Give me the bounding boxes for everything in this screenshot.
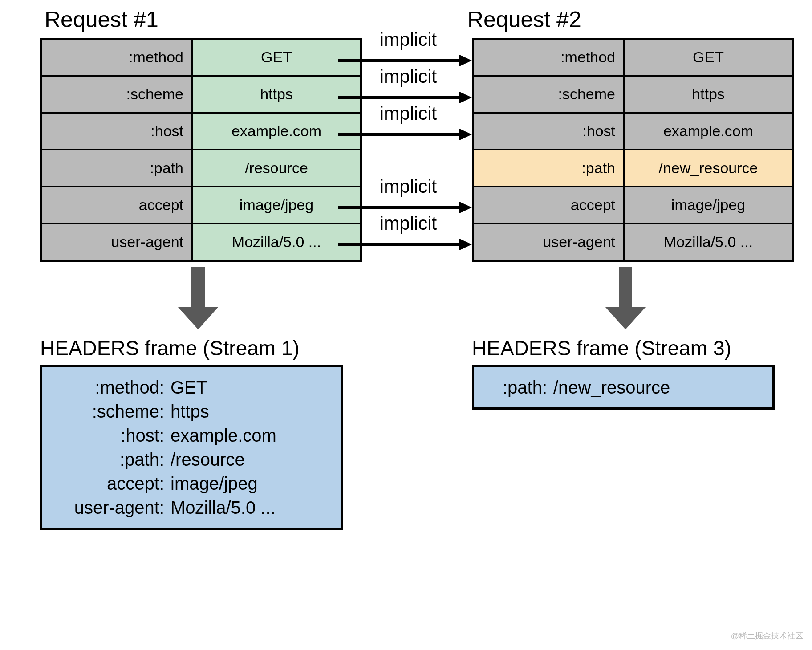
watermark: @稀土掘金技术社区 (731, 630, 803, 641)
frame-key: :host: (53, 423, 164, 447)
frame-val: example.com (171, 423, 276, 447)
arrow-down-icon (605, 267, 646, 333)
req1-val: /resource (192, 150, 361, 187)
svg-marker-11 (178, 307, 218, 329)
req1-val: Mozilla/5.0 ... (192, 224, 361, 261)
frame-val: Mozilla/5.0 ... (171, 496, 276, 520)
frame-val: /new_resource (553, 375, 670, 399)
implicit-label: implicit (353, 103, 464, 124)
req1-val: image/jpeg (192, 187, 361, 224)
frame-key: :method: (53, 375, 164, 399)
request2-title: Request #2 (467, 7, 581, 32)
req1-val: GET (192, 39, 361, 76)
svg-marker-7 (459, 201, 472, 214)
table-row: acceptimage/jpeg (41, 187, 361, 224)
req1-key: :scheme (41, 76, 192, 113)
arrow-down-icon (178, 267, 218, 333)
frame1-box: :method:GET :scheme:https :host:example.… (40, 365, 343, 530)
req1-key: accept (41, 187, 192, 224)
table-row: :path/resource (41, 150, 361, 187)
req2-key: :path (473, 150, 624, 187)
implicit-label: implicit (353, 66, 464, 87)
req1-key: :host (41, 113, 192, 150)
req2-val: /new_resource (624, 150, 793, 187)
frame-line: user-agent:Mozilla/5.0 ... (53, 496, 330, 520)
table-row: :schemehttps (473, 76, 793, 113)
frame-key: :path: (485, 375, 547, 399)
frame-key: :path: (53, 447, 164, 471)
req1-key: :method (41, 39, 192, 76)
frame-key: :scheme: (53, 399, 164, 423)
request2-table: :methodGET :schemehttps :hostexample.com… (472, 38, 794, 262)
req2-val: image/jpeg (624, 187, 793, 224)
request1-table: :methodGET :schemehttps :hostexample.com… (40, 38, 362, 262)
table-row: :hostexample.com (41, 113, 361, 150)
frame-val: GET (171, 375, 207, 399)
frame-line: :path:/resource (53, 447, 330, 471)
req1-key: :path (41, 150, 192, 187)
frame1-title: HEADERS frame (Stream 1) (40, 336, 300, 360)
arrow-right-icon (338, 126, 472, 142)
req2-key: :host (473, 113, 624, 150)
implicit-label: implicit (353, 213, 464, 234)
table-row: :methodGET (41, 39, 361, 76)
frame-line: accept:image/jpeg (53, 471, 330, 496)
req2-key: accept (473, 187, 624, 224)
table-row: :path/new_resource (473, 150, 793, 187)
frame-line: :path:/new_resource (485, 375, 762, 399)
frame-key: accept: (53, 471, 164, 496)
req1-val: example.com (192, 113, 361, 150)
frame-line: :scheme:https (53, 399, 330, 423)
frame-key: user-agent: (53, 496, 164, 520)
frame-val: image/jpeg (171, 471, 258, 496)
svg-rect-10 (191, 267, 205, 307)
req2-val: example.com (624, 113, 793, 150)
req2-val: https (624, 76, 793, 113)
req2-key: :scheme (473, 76, 624, 113)
implicit-label: implicit (353, 176, 464, 197)
svg-marker-13 (605, 307, 646, 329)
frame-val: /resource (171, 447, 245, 471)
frame2-box: :path:/new_resource (472, 365, 775, 410)
implicit-label: implicit (353, 29, 464, 50)
svg-rect-12 (619, 267, 632, 307)
req2-val: Mozilla/5.0 ... (624, 224, 793, 261)
req1-key: user-agent (41, 224, 192, 261)
table-row: :schemehttps (41, 76, 361, 113)
frame-line: :host:example.com (53, 423, 330, 447)
table-row: :methodGET (473, 39, 793, 76)
table-row: user-agentMozilla/5.0 ... (473, 224, 793, 261)
req1-val: https (192, 76, 361, 113)
svg-marker-1 (459, 54, 472, 67)
table-row: :hostexample.com (473, 113, 793, 150)
frame-line: :method:GET (53, 375, 330, 399)
req2-key: :method (473, 39, 624, 76)
req2-val: GET (624, 39, 793, 76)
svg-marker-5 (459, 128, 472, 141)
svg-marker-3 (459, 91, 472, 104)
frame2-title: HEADERS frame (Stream 3) (472, 336, 731, 360)
svg-marker-9 (459, 238, 472, 251)
table-row: acceptimage/jpeg (473, 187, 793, 224)
arrow-right-icon (338, 236, 472, 252)
request1-title: Request #1 (45, 7, 158, 32)
table-row: user-agentMozilla/5.0 ... (41, 224, 361, 261)
frame-val: https (171, 399, 209, 423)
req2-key: user-agent (473, 224, 624, 261)
